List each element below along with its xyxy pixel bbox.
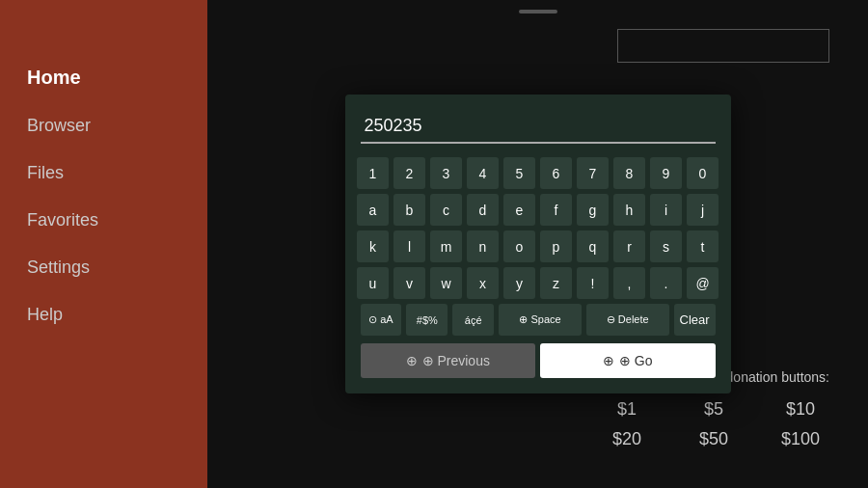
key-s[interactable]: s [650,230,682,262]
accents-key[interactable]: áçé [452,304,494,336]
key-9[interactable]: 9 [650,157,682,189]
main-content: ase donation buttons: $1$5$10$20$50$100 … [207,0,868,488]
modal-overlay: 1234567890abcdefghijklmnopqrstuvwxyz!,.@… [207,0,868,488]
key-n[interactable]: n [467,230,499,262]
go-label: ⊕ Go [619,353,653,368]
key-i[interactable]: i [650,194,682,226]
key-h[interactable]: h [613,194,645,226]
sidebar-item-favorites[interactable]: Favorites [0,197,207,244]
key-6[interactable]: 6 [540,157,572,189]
previous-button[interactable]: ⊕ ⊕ Previous [361,343,536,378]
key-0[interactable]: 0 [687,157,719,189]
key-g[interactable]: g [577,194,609,226]
key-4[interactable]: 4 [467,157,499,189]
key-y[interactable]: y [503,267,535,299]
clear-key[interactable]: Clear [674,304,716,336]
keyboard: 1234567890abcdefghijklmnopqrstuvwxyz!,.@… [361,157,716,336]
tv-screen: HomeBrowserFilesFavoritesSettingsHelp as… [0,0,868,488]
sidebar: HomeBrowserFilesFavoritesSettingsHelp [0,0,207,488]
key-r[interactable]: r [613,230,645,262]
key-f[interactable]: f [540,194,572,226]
key-a[interactable]: a [357,194,389,226]
special-key-row: ⊙ aA#$%áçé⊕ Space⊖ DeleteClear [361,304,716,336]
key-,[interactable]: , [613,267,645,299]
key-3[interactable]: 3 [430,157,462,189]
delete-key[interactable]: ⊖ Delete [586,304,669,336]
key-v[interactable]: v [393,267,425,299]
sidebar-item-files[interactable]: Files [0,149,207,197]
text-input[interactable] [361,110,716,144]
key-e[interactable]: e [503,194,535,226]
key-j[interactable]: j [687,194,719,226]
key-row: 1234567890 [361,157,716,189]
key-7[interactable]: 7 [577,157,609,189]
key-1[interactable]: 1 [357,157,389,189]
sidebar-item-help[interactable]: Help [0,291,207,339]
key-@[interactable]: @ [687,267,719,299]
key-b[interactable]: b [393,194,425,226]
key-row: uvwxyz!,.@ [361,267,716,299]
prev-icon: ⊕ [406,353,418,368]
caps-key[interactable]: ⊙ aA [361,304,402,336]
key-.[interactable]: . [650,267,682,299]
key-q[interactable]: q [577,230,609,262]
go-button[interactable]: ⊕ ⊕ Go [540,343,716,378]
key-row: klmnopqrst [361,230,716,262]
prev-label: ⊕ Previous [422,353,490,368]
key-o[interactable]: o [503,230,535,262]
key-![interactable]: ! [577,267,609,299]
bottom-nav: ⊕ ⊕ Previous ⊕ ⊕ Go [361,343,716,378]
key-2[interactable]: 2 [393,157,425,189]
key-8[interactable]: 8 [613,157,645,189]
sidebar-item-home[interactable]: Home [0,53,207,102]
key-5[interactable]: 5 [503,157,535,189]
key-x[interactable]: x [467,267,499,299]
key-z[interactable]: z [540,267,572,299]
sidebar-item-settings[interactable]: Settings [0,244,207,291]
key-l[interactable]: l [393,230,425,262]
key-u[interactable]: u [357,267,389,299]
key-t[interactable]: t [687,230,719,262]
go-icon: ⊕ [603,353,614,368]
key-c[interactable]: c [430,194,462,226]
key-d[interactable]: d [467,194,499,226]
symbols-key[interactable]: #$% [406,304,448,336]
key-m[interactable]: m [430,230,462,262]
key-w[interactable]: w [430,267,462,299]
key-p[interactable]: p [540,230,572,262]
key-row: abcdefghij [361,194,716,226]
key-k[interactable]: k [357,230,389,262]
space-key[interactable]: ⊕ Space [499,304,582,336]
keyboard-modal: 1234567890abcdefghijklmnopqrstuvwxyz!,.@… [345,95,731,393]
sidebar-item-browser[interactable]: Browser [0,102,207,149]
